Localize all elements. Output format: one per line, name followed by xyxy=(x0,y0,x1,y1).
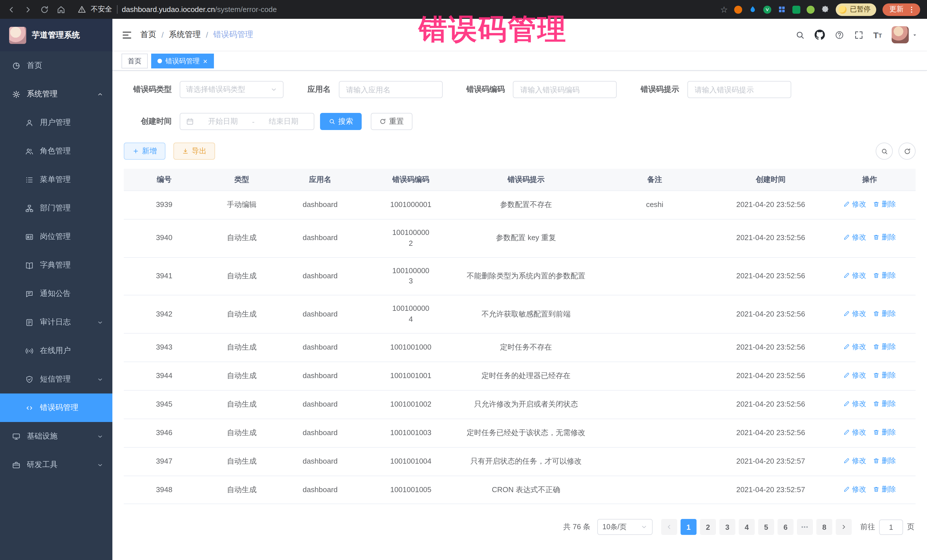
chevron-down-icon xyxy=(97,461,103,468)
extension-v-badge-icon[interactable] xyxy=(763,5,771,14)
edit-icon xyxy=(843,310,850,317)
forward-icon[interactable] xyxy=(23,5,32,14)
address-bar[interactable]: 不安全 dashboard.yudao.iocoder.cn/system/er… xyxy=(78,5,277,14)
reset-button[interactable]: 重置 xyxy=(371,113,412,130)
search-icon[interactable] xyxy=(795,30,805,39)
sidebar-item-announcements[interactable]: 通知公告 xyxy=(0,279,112,308)
sidebar-item-label: 通知公告 xyxy=(40,288,71,299)
sidebar-item-dev-tools[interactable]: 研发工具 xyxy=(0,451,112,479)
toggle-search-button[interactable] xyxy=(876,143,893,160)
url-path: /system/error-code xyxy=(215,5,277,14)
browser-menu-icon[interactable] xyxy=(907,5,916,14)
font-size-icon[interactable]: TT xyxy=(873,30,882,39)
page-button-3[interactable]: 3 xyxy=(719,519,736,535)
delete-link[interactable]: 删除 xyxy=(873,484,896,494)
sidebar-item-infrastructure[interactable]: 基础设施 xyxy=(0,422,112,451)
fullscreen-icon[interactable] xyxy=(854,30,863,39)
extension-grid-icon[interactable] xyxy=(778,5,786,14)
profile-paused-badge[interactable]: 已暂停 xyxy=(836,3,876,16)
edit-link[interactable]: 修改 xyxy=(843,427,866,437)
add-button[interactable]: 新增 xyxy=(124,143,166,160)
page-size-select[interactable]: 10条/页 xyxy=(597,519,653,535)
browser-update-button[interactable]: 更新 xyxy=(883,3,920,16)
edit-link[interactable]: 修改 xyxy=(843,308,866,319)
goto-page-input[interactable] xyxy=(879,519,903,535)
export-button[interactable]: 导出 xyxy=(173,143,215,160)
page-button-1[interactable]: 1 xyxy=(681,519,696,535)
delete-link[interactable]: 删除 xyxy=(873,270,896,281)
next-page-button[interactable] xyxy=(836,519,852,535)
browser-actions: ☆ 已暂停 更新 xyxy=(720,3,920,16)
sidebar-item-dictionary[interactable]: 字典管理 xyxy=(0,251,112,279)
github-icon[interactable] xyxy=(815,30,825,40)
edit-link[interactable]: 修改 xyxy=(843,399,866,409)
error-code-input[interactable] xyxy=(513,81,617,98)
tab-error-codes[interactable]: 错误码管理 xyxy=(151,54,214,68)
reset-button-label: 重置 xyxy=(389,116,404,127)
refresh-button[interactable] xyxy=(898,143,916,160)
table-row: 3940 自动生成 dashboard 1001000002 参数配置 key … xyxy=(124,219,916,257)
extensions-puzzle-icon[interactable] xyxy=(821,5,830,14)
edit-link[interactable]: 修改 xyxy=(843,455,866,466)
extension-green-icon[interactable] xyxy=(792,5,800,14)
sidebar-item-menus[interactable]: 菜单管理 xyxy=(0,165,112,194)
page-button-5[interactable]: 5 xyxy=(758,519,774,535)
extension-leaf-icon[interactable] xyxy=(807,5,815,14)
delete-link[interactable]: 删除 xyxy=(873,308,896,319)
back-icon[interactable] xyxy=(7,5,16,14)
page-button-8[interactable]: 8 xyxy=(816,519,832,535)
user-menu[interactable] xyxy=(892,26,918,43)
close-icon[interactable] xyxy=(203,57,207,65)
date-range-picker[interactable]: 开始日期 - 结束日期 xyxy=(180,113,314,130)
sidebar-item-error-codes[interactable]: 错误码管理 xyxy=(0,393,112,422)
app-name-input[interactable] xyxy=(339,81,442,98)
user-icon xyxy=(25,118,33,127)
edit-link[interactable]: 修改 xyxy=(843,270,866,281)
sidebar-item-users[interactable]: 用户管理 xyxy=(0,108,112,137)
home-icon[interactable] xyxy=(56,5,65,14)
page-button-2[interactable]: 2 xyxy=(700,519,716,535)
error-type-select[interactable]: 请选择错误码类型 xyxy=(180,81,284,98)
extension-orange-icon[interactable] xyxy=(734,5,742,14)
delete-link[interactable]: 删除 xyxy=(873,370,896,380)
tab-home[interactable]: 首页 xyxy=(122,54,148,68)
delete-link[interactable]: 删除 xyxy=(873,427,896,437)
help-icon[interactable] xyxy=(834,30,844,39)
error-hint-input[interactable] xyxy=(687,81,791,98)
edit-link[interactable]: 修改 xyxy=(843,370,866,380)
app-logo[interactable]: 芋道管理系统 xyxy=(0,19,112,51)
extension-droplet-icon[interactable] xyxy=(748,5,757,14)
bookmark-star-icon[interactable]: ☆ xyxy=(720,5,728,14)
breadcrumb-system: 系统管理 xyxy=(169,30,201,40)
delete-link[interactable]: 删除 xyxy=(873,199,896,209)
edit-link[interactable]: 修改 xyxy=(843,199,866,209)
col-created: 创建时间 xyxy=(718,169,824,191)
edit-link[interactable]: 修改 xyxy=(843,232,866,243)
delete-link[interactable]: 删除 xyxy=(873,341,896,352)
sidebar-item-audit-log[interactable]: 审计日志 xyxy=(0,308,112,337)
sidebar-item-online-users[interactable]: 在线用户 xyxy=(0,337,112,365)
page-ellipsis-button[interactable]: ••• xyxy=(797,519,813,535)
delete-link[interactable]: 删除 xyxy=(873,399,896,409)
select-placeholder: 请选择错误码类型 xyxy=(186,84,245,95)
sidebar-item-departments[interactable]: 部门管理 xyxy=(0,194,112,222)
app-header: 首页 / 系统管理 / 错误码管理 TT xyxy=(112,19,927,51)
delete-link[interactable]: 删除 xyxy=(873,232,896,243)
page-button-6[interactable]: 6 xyxy=(778,519,793,535)
breadcrumb-home[interactable]: 首页 xyxy=(140,30,156,40)
monitor-icon xyxy=(12,432,21,440)
sidebar-item-system[interactable]: 系统管理 xyxy=(0,80,112,108)
prev-page-button[interactable] xyxy=(661,519,677,535)
edit-link[interactable]: 修改 xyxy=(843,484,866,494)
delete-link[interactable]: 删除 xyxy=(873,455,896,466)
sidebar-item-positions[interactable]: 岗位管理 xyxy=(0,222,112,251)
page-button-4[interactable]: 4 xyxy=(739,519,755,535)
sidebar-item-roles[interactable]: 角色管理 xyxy=(0,137,112,165)
search-button[interactable]: 搜索 xyxy=(320,113,362,130)
sidebar-item-sms[interactable]: 短信管理 xyxy=(0,365,112,393)
sidebar-item-home[interactable]: 首页 xyxy=(0,51,112,80)
sidebar-toggle-icon[interactable] xyxy=(122,29,132,40)
start-date-placeholder: 开始日期 xyxy=(199,116,248,127)
reload-icon[interactable] xyxy=(40,5,49,14)
edit-link[interactable]: 修改 xyxy=(843,341,866,352)
